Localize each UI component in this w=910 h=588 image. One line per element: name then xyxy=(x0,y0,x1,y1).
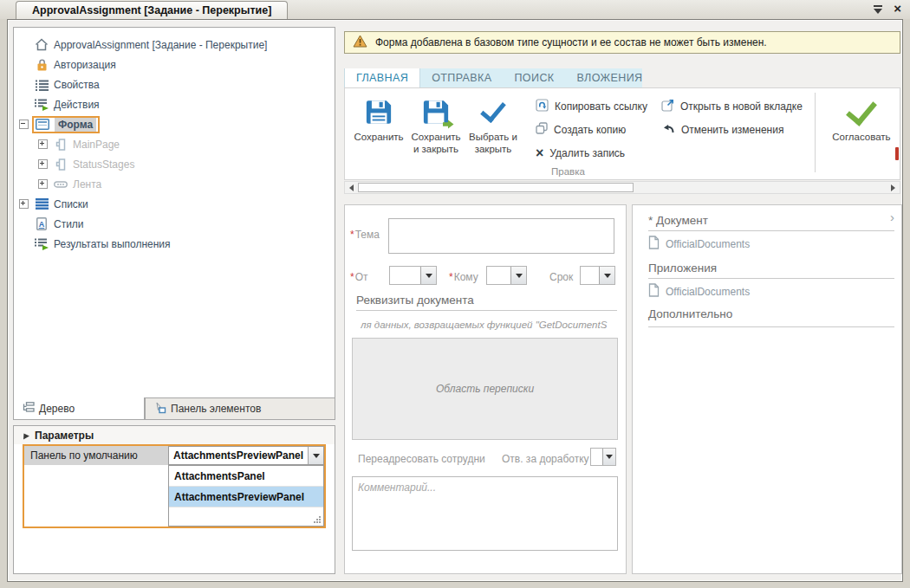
expand-expander-icon[interactable] xyxy=(38,139,48,149)
komu-label: *Кому xyxy=(449,271,478,283)
open-new-tab-icon xyxy=(661,99,674,114)
responsible-combobox[interactable] xyxy=(590,448,616,466)
blue-check-icon xyxy=(486,96,500,128)
open-new-tab-button[interactable]: Открыть в новой вкладке xyxy=(661,99,803,113)
expand-expander-icon[interactable] xyxy=(19,199,29,209)
tab-send[interactable]: ОТПРАВКА xyxy=(420,68,503,87)
warning-icon xyxy=(353,35,367,50)
dropdown-arrow-icon xyxy=(606,455,613,459)
attachments-header: Приложения xyxy=(648,262,717,275)
collapse-expander-icon[interactable] xyxy=(19,120,29,129)
actions-list-icon xyxy=(34,98,49,112)
warning-text: Форма добавлена в базовом типе сущности … xyxy=(375,36,767,48)
dropdown-option-attachmentspreviewpanel[interactable]: AttachmentsPreviewPanel xyxy=(169,487,323,507)
active-parameter-highlight: Панель по умолчанию AttachmentsPreviewPa… xyxy=(23,444,326,528)
delete-x-icon: × xyxy=(536,147,543,159)
page-panel-icon xyxy=(53,158,68,171)
scroll-left-arrow[interactable] xyxy=(345,182,358,193)
entity-tree: ApprovalAssignment [Задание - Перекрытие… xyxy=(13,27,335,398)
approve-button[interactable]: Согласовать xyxy=(824,88,899,143)
toolbox-tab-icon xyxy=(154,402,166,417)
tema-label: *Тема xyxy=(350,229,380,241)
section-divider xyxy=(356,310,617,311)
form-window-icon xyxy=(35,118,50,132)
tab-search[interactable]: ПОИСК xyxy=(503,68,565,87)
tree-item-form[interactable]: Форма xyxy=(14,114,335,134)
svg-text:A: A xyxy=(39,220,45,229)
dropdown-arrow-icon xyxy=(426,274,432,278)
tree-item-statusstages[interactable]: StatusStages xyxy=(14,154,335,174)
tree-item-properties[interactable]: Свойства xyxy=(14,74,335,94)
window-position-icon[interactable] xyxy=(873,3,883,15)
tree-item-actions[interactable]: Действия xyxy=(14,94,335,114)
srok-combobox[interactable] xyxy=(580,266,615,285)
select-and-close-button[interactable]: Выбрать и закрыть xyxy=(465,88,522,155)
copy-link-button[interactable]: Копировать ссылку xyxy=(536,99,647,113)
save-icon xyxy=(365,96,393,128)
blue-list-icon xyxy=(34,197,49,211)
copy-icon xyxy=(536,122,548,137)
save-and-close-button[interactable]: Сохранить и закрыть xyxy=(407,88,465,155)
properties-list-icon xyxy=(34,78,49,92)
section-divider xyxy=(648,278,894,279)
param-label: Панель по умолчанию xyxy=(24,446,168,465)
scroll-right-arrow[interactable] xyxy=(887,182,900,193)
tema-input[interactable] xyxy=(388,218,614,254)
tree-item-styles[interactable]: A Стили xyxy=(14,214,335,234)
document-header: * Документ xyxy=(648,214,708,227)
tree-item-lists[interactable]: Списки xyxy=(14,194,335,214)
tab-tree[interactable]: Дерево xyxy=(13,397,145,420)
delete-record-button[interactable]: × Удалить запись xyxy=(536,145,647,160)
document-item[interactable]: OfficialDocuments xyxy=(648,236,750,252)
designer-window: ApprovalAssignment [Задание - Перекрытие… xyxy=(7,19,903,582)
ot-combobox[interactable] xyxy=(389,266,437,285)
copy-link-icon xyxy=(536,99,549,114)
selected-node-highlight: Форма xyxy=(32,116,100,133)
dropdown-arrow-icon xyxy=(516,274,523,278)
clipped-icon xyxy=(895,147,899,160)
dropdown-list: AttachmentsPanel AttachmentsPreviewPanel xyxy=(168,465,324,527)
tab-toolbox[interactable]: Панель элементов xyxy=(145,398,335,420)
attachments-item[interactable]: OfficialDocuments xyxy=(648,283,750,300)
collapse-triangle-icon xyxy=(21,431,29,439)
correspondence-area[interactable]: Область переписки xyxy=(352,338,618,440)
tab-main[interactable]: ГЛАВНАЯ xyxy=(344,68,420,87)
undo-changes-button[interactable]: Отменить изменения xyxy=(661,122,803,137)
tree-item-results[interactable]: Результаты выполнения xyxy=(14,234,335,254)
save-button[interactable]: Сохранить xyxy=(350,88,407,143)
ribbon-group-label: Правка xyxy=(551,166,585,177)
komu-combobox[interactable] xyxy=(486,266,527,285)
expand-expander-icon[interactable] xyxy=(38,179,48,189)
combo-dropdown-button[interactable] xyxy=(308,447,323,464)
lock-icon xyxy=(34,58,49,72)
results-list-icon xyxy=(34,237,49,251)
dropdown-arrow-icon xyxy=(313,454,320,458)
hint-text: ля данных, возвращаемых функцией "GetDoc… xyxy=(361,320,619,330)
scroll-thumb[interactable] xyxy=(358,183,634,192)
styles-doc-icon: A xyxy=(34,217,49,231)
window-title-tab[interactable]: ApprovalAssignment [Задание - Перекрытие… xyxy=(16,1,288,19)
edit-buttons-column-1: Копировать ссылку Создать копию × Удалит… xyxy=(536,88,647,160)
dropdown-option-attachmentspanel[interactable]: AttachmentsPanel xyxy=(169,466,323,487)
parameters-header[interactable]: Параметры xyxy=(14,426,335,444)
tree-item-approval-root[interactable]: ApprovalAssignment [Задание - Перекрытие… xyxy=(14,35,335,55)
doc-page-icon xyxy=(648,283,660,300)
close-button[interactable]: × xyxy=(894,3,901,15)
parameter-row: Панель по умолчанию AttachmentsPreviewPa… xyxy=(24,446,324,465)
expand-expander-icon[interactable] xyxy=(38,159,48,169)
tree-item-authorization[interactable]: Авторизация xyxy=(14,55,335,74)
tab-attachments[interactable]: ВЛОЖЕНИЯ xyxy=(566,68,654,87)
param-combobox[interactable]: AttachmentsPreviewPanel xyxy=(168,446,324,465)
tree-tab-icon xyxy=(23,402,35,415)
comment-textarea[interactable]: Комментарий... xyxy=(352,476,618,551)
param-combobox-value: AttachmentsPreviewPanel xyxy=(169,449,308,462)
tree-item-lenta[interactable]: Лента xyxy=(14,174,335,194)
resize-grip-icon[interactable] xyxy=(319,516,321,518)
create-copy-button[interactable]: Создать копию xyxy=(536,122,647,137)
dropdown-resize-row xyxy=(169,507,323,526)
ot-label: *От xyxy=(350,271,368,283)
tree-item-mainpage[interactable]: MainPage xyxy=(14,134,335,154)
collapse-chevron-icon[interactable]: › xyxy=(890,212,894,223)
home-icon xyxy=(34,38,49,52)
attachments-panel: * Документ › OfficialDocuments Приложени… xyxy=(632,204,902,574)
